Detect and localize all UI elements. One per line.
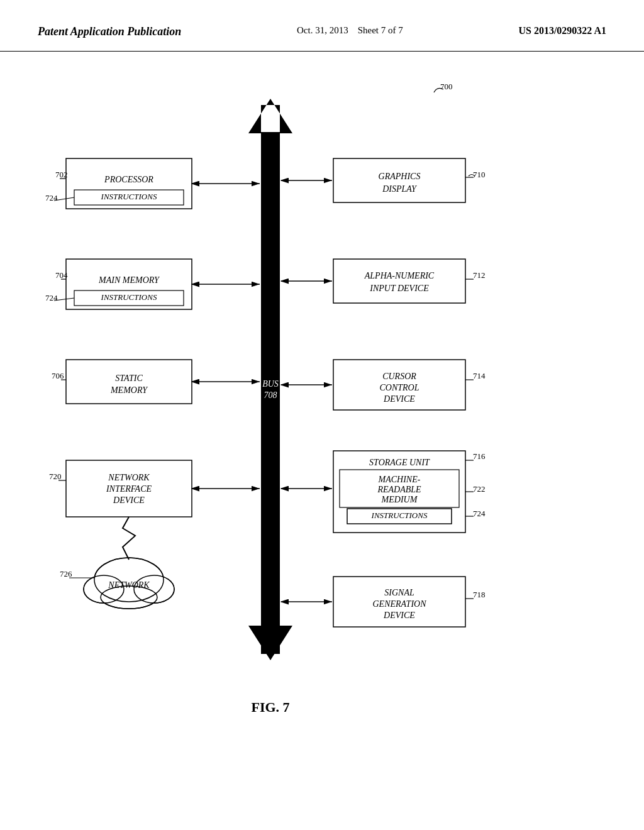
diagram-area: .diag-text { font-family: 'Times New Rom… (0, 52, 644, 794)
page: Patent Application Publication Oct. 31, … (0, 0, 644, 830)
svg-text:DEVICE: DEVICE (113, 495, 145, 505)
svg-text:INSTRUCTIONS: INSTRUCTIONS (101, 192, 157, 201)
svg-text:MACHINE-: MACHINE- (378, 475, 421, 484)
svg-text:SIGNAL: SIGNAL (384, 588, 414, 597)
svg-text:722: 722 (473, 484, 486, 494)
bus-up-arrow (248, 99, 292, 133)
svg-text:706: 706 (52, 371, 64, 380)
svg-text:724: 724 (45, 293, 58, 302)
svg-text:BUS: BUS (262, 379, 279, 389)
svg-text:712: 712 (473, 270, 486, 280)
figure-label: FIG. 7 (251, 699, 289, 715)
svg-text:STATIC: STATIC (115, 374, 143, 383)
svg-text:MEDIUM: MEDIUM (381, 495, 418, 504)
svg-text:NETWORK: NETWORK (108, 473, 150, 482)
svg-text:INSTRUCTIONS: INSTRUCTIONS (371, 511, 428, 520)
svg-text:726: 726 (60, 569, 72, 578)
svg-text:DEVICE: DEVICE (383, 394, 415, 404)
alpha-numeric-box (333, 259, 465, 303)
svg-text:710: 710 (473, 170, 486, 179)
svg-text:MAIN MEMORY: MAIN MEMORY (98, 275, 160, 285)
publication-label: Patent Application Publication (38, 25, 181, 38)
svg-text:GRAPHICS: GRAPHICS (379, 172, 421, 181)
svg-text:READABLE: READABLE (377, 485, 421, 494)
svg-text:716: 716 (473, 451, 486, 461)
svg-text:CONTROL: CONTROL (379, 383, 419, 392)
svg-text:INSTRUCTIONS: INSTRUCTIONS (101, 292, 157, 302)
date-sheet-info: Oct. 31, 2013 Sheet 7 of 7 (297, 25, 403, 36)
svg-text:724: 724 (45, 193, 58, 202)
svg-text:DISPLAY: DISPLAY (382, 184, 418, 194)
svg-text:700: 700 (440, 82, 453, 91)
svg-text:INPUT DEVICE: INPUT DEVICE (369, 284, 429, 293)
svg-text:714: 714 (473, 371, 486, 380)
svg-text:ALPHA-NUMERIC: ALPHA-NUMERIC (364, 271, 435, 280)
svg-text:708: 708 (264, 390, 277, 400)
network-connection-line (123, 517, 135, 560)
svg-text:GENERATION: GENERATION (372, 599, 426, 609)
svg-text:CURSOR: CURSOR (382, 372, 416, 381)
svg-text:MEMORY: MEMORY (110, 385, 148, 395)
svg-text:724: 724 (473, 509, 486, 518)
svg-text:STORAGE UNIT: STORAGE UNIT (369, 458, 430, 467)
svg-text:INTERFACE: INTERFACE (106, 484, 152, 494)
svg-text:720: 720 (49, 472, 62, 481)
network-cloud: NETWORK (84, 558, 174, 609)
svg-text:718: 718 (473, 590, 486, 599)
svg-text:NETWORK: NETWORK (108, 580, 150, 590)
svg-text:DEVICE: DEVICE (383, 611, 415, 620)
svg-text:PROCESSOR: PROCESSOR (104, 175, 153, 184)
patent-number: US 2013/0290322 A1 (518, 25, 606, 36)
svg-text:704: 704 (55, 270, 68, 280)
page-header: Patent Application Publication Oct. 31, … (0, 0, 644, 52)
svg-text:702: 702 (55, 170, 68, 179)
patent-diagram: .diag-text { font-family: 'Times New Rom… (0, 52, 644, 794)
